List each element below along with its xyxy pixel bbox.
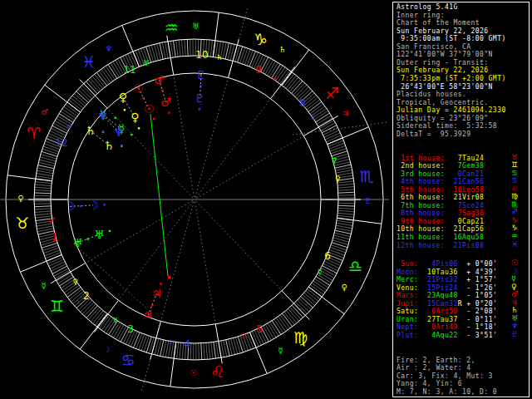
degree-tick — [323, 266, 337, 273]
house-number-12: 12 — [55, 137, 67, 149]
degree-tick — [338, 190, 355, 190]
house-row: 7th house: 7Sco24♏ — [397, 202, 484, 210]
degree-tick — [133, 332, 140, 347]
degree-tick — [173, 41, 175, 57]
degree-tick — [244, 49, 250, 65]
house-row: 11th house: 16Aqu58♒ — [397, 234, 484, 242]
degree-tick — [136, 333, 142, 349]
planet-row: Satu: 0Ari59 - 2°08'♄ — [397, 308, 497, 316]
aspect-endpoint-dot-0 — [168, 276, 170, 278]
planet-position-value: 27Tau37 — [427, 316, 458, 323]
sign-boundary-line — [337, 218, 382, 224]
degree-tick — [235, 46, 240, 62]
planet-moon-transit-marker — [80, 205, 81, 207]
house-number-6: 6 — [324, 250, 331, 262]
degree-tick — [248, 333, 254, 349]
info-line: Julian Day = 2461094.2330 — [397, 106, 506, 115]
sign-libra-glyph: ♎ — [348, 257, 362, 275]
house-cusp-line-8 — [197, 135, 304, 198]
planet-row: Merc: 21Pis32 + 1°57'☿ — [397, 276, 497, 284]
degree-tick — [327, 135, 342, 142]
chart-wheel[interactable]: ♈♂♉♀♊☿♋☽♌☉♍☿♎♀♏♇♐♃♑♄♒♅♓♆1♂2♀3☿4☽5☉6☿7♀8♇… — [0, 0, 391, 399]
planet-declination-value: - 1°05' — [466, 292, 497, 299]
info-line: Placidus houses. — [397, 91, 466, 99]
planet-row: Uran: 27Tau37 - 0°11'♅ — [397, 316, 497, 324]
sign-boundary-line — [249, 332, 267, 374]
planet-neptune-natal-marker — [121, 145, 122, 146]
planet-uranus-transit-glyph: ♅ — [72, 236, 83, 249]
sign-leo-glyph: ♌ — [210, 362, 224, 381]
totals-line: M: 7, N: 3, A: 10, D: 0 — [397, 388, 497, 396]
degree-tick — [185, 39, 185, 56]
degree-tick — [324, 261, 339, 268]
degree-tick — [337, 187, 354, 189]
house-cusp-line-4 — [141, 202, 194, 392]
degree-tick — [151, 45, 155, 61]
degree-tick — [337, 223, 353, 225]
planet-declination-value: - 1°26' — [466, 284, 497, 292]
sign-aquarius-glyph: ♒ — [165, 18, 179, 37]
planet-declination-value: + 1°57' — [466, 276, 497, 283]
info-line: Sidereal time: 5:32:58 — [397, 122, 497, 131]
house-6-ruler-glyph: ☿ — [318, 268, 323, 276]
degree-tick — [170, 41, 173, 57]
info-line: DeltaT = 95.3929 — [397, 131, 471, 138]
planet-mars-transit-glyph: ♂ — [154, 73, 165, 86]
house-number-7: 7 — [331, 156, 337, 168]
house-cusp-value: 21Can56 — [453, 178, 484, 185]
degree-tick — [41, 155, 57, 160]
sign-taurus-ruler-glyph: ♀ — [17, 194, 23, 203]
house-7-ruler-glyph: ♀ — [335, 175, 341, 183]
planet-declination-value: - 3°51' — [466, 332, 497, 339]
house-number-10: 10 — [195, 49, 208, 61]
house-row: 2nd house: 7Gem38♊ — [397, 162, 484, 170]
planet-pluto-transit-glyph: ♇ — [196, 68, 207, 81]
degree-tick — [179, 40, 180, 57]
planet-row: Plut: 4Aqu22 - 3°51'♇ — [397, 332, 497, 340]
panel-border-right — [529, 2, 530, 397]
sign-boundary-line — [170, 342, 176, 387]
house-label: 5th house: — [397, 186, 445, 194]
degree-tick — [34, 190, 51, 191]
info-line: Sidereal time: 5:32:58 — [397, 122, 497, 130]
degree-tick — [176, 342, 178, 359]
degree-tick — [234, 338, 238, 354]
sign-boundary-line — [213, 12, 219, 57]
planet-venus-natal-glyph: ♀ — [131, 111, 139, 124]
info-line: 122°41'00"W 37°79'00"N — [397, 51, 493, 58]
planet-jupiter-transit-marker — [151, 304, 153, 306]
planet-label: Satu: — [397, 308, 418, 315]
house-cusp-spoke-9 — [271, 66, 295, 98]
degree-tick — [338, 192, 355, 193]
degree-tick — [42, 245, 58, 250]
planet-saturn-transit-glyph: ♄ — [85, 124, 96, 137]
house-cusp-line-11 — [174, 75, 195, 197]
info-line: Sun February 22, 2026 — [397, 66, 489, 74]
degree-tick — [211, 342, 213, 359]
info-line: Placidus houses. — [397, 91, 466, 98]
planet-row: Jupi: 15Can32R + 0°20'♃ — [397, 300, 497, 308]
house-row: 5th house: 16Leo58♌ — [397, 186, 484, 195]
house-5-ruler-glyph: ☉ — [239, 332, 246, 340]
totals-line: Fire: 2, Earth: 2, — [397, 357, 475, 364]
planet-declination-value: + 0°00' — [466, 260, 497, 268]
degree-tick — [330, 247, 346, 253]
planet-sun-transit-marker — [142, 97, 144, 99]
degree-tick — [337, 184, 354, 185]
degree-tick — [261, 57, 268, 72]
degree-tick — [328, 140, 344, 146]
house-cusp-value: 21Vir08 — [453, 194, 484, 201]
planet-uranus-natal-glyph: ♅ — [94, 228, 105, 241]
degree-tick — [332, 243, 347, 248]
planet-row: Venu: 15Pis24 - 1°26'♀ — [397, 284, 497, 293]
degree-tick — [42, 151, 57, 156]
planet-label: Sun: — [397, 260, 418, 268]
sign-boundary-line — [7, 175, 52, 181]
planet-position-value: 15Pis24 — [427, 284, 458, 292]
planet-label: Jupi: — [397, 300, 418, 308]
degree-tick — [238, 47, 243, 62]
house-cusp-value: 21Pis08 — [453, 242, 484, 249]
planet-neptune-transit-marker — [102, 131, 104, 132]
degree-tick — [337, 220, 353, 223]
planet-venus-transit-glyph: ♀ — [119, 91, 127, 104]
